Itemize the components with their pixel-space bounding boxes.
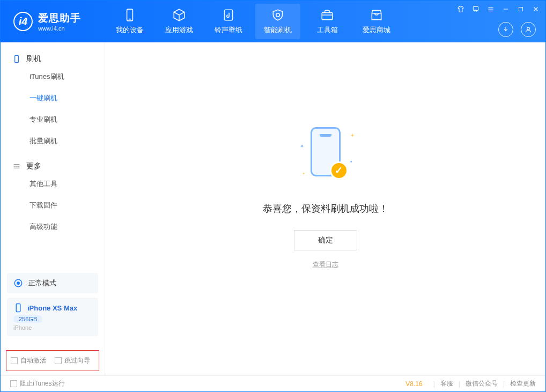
app-logo-icon: i4 bbox=[13, 12, 33, 31]
menu-icon[interactable] bbox=[486, 5, 495, 13]
svg-rect-19 bbox=[16, 304, 20, 312]
device-icon bbox=[12, 55, 21, 63]
sidebar-item-download-firmware[interactable]: 下载固件 bbox=[1, 195, 105, 216]
app-subtitle: www.i4.cn bbox=[38, 25, 81, 32]
sidebar-item-batch-flash[interactable]: 批量刷机 bbox=[1, 130, 105, 152]
feedback-icon[interactable] bbox=[471, 5, 480, 13]
header-right-buttons bbox=[498, 22, 536, 37]
tab-my-device[interactable]: 我的设备 bbox=[105, 1, 154, 42]
tab-store[interactable]: 爱思商城 bbox=[352, 1, 401, 42]
tab-ringtones-wallpapers[interactable]: 铃声壁纸 bbox=[204, 1, 253, 42]
tab-toolbox[interactable]: 工具箱 bbox=[302, 1, 352, 42]
checkbox-icon bbox=[10, 380, 17, 387]
device-name: iPhone XS Max bbox=[27, 304, 77, 312]
sidebar-group-flash: 刷机 bbox=[1, 50, 105, 66]
skin-icon[interactable] bbox=[456, 5, 465, 13]
device-type: iPhone bbox=[13, 324, 92, 331]
maximize-button[interactable] bbox=[517, 5, 525, 13]
sidebar-group-more: 更多 bbox=[1, 157, 105, 173]
sidebar-item-other-tools[interactable]: 其他工具 bbox=[1, 173, 105, 195]
app-header: i4 爱思助手 www.i4.cn 我的设备 应用游戏 铃声壁纸 智能刷机 bbox=[1, 1, 545, 42]
titlebar-controls bbox=[456, 5, 540, 13]
success-message: 恭喜您，保资料刷机成功啦！ bbox=[263, 202, 388, 215]
device-phone-icon bbox=[13, 303, 23, 313]
checkmark-badge-icon: ✓ bbox=[330, 161, 348, 180]
close-button[interactable] bbox=[532, 5, 540, 13]
sidebar-item-oneclick-flash[interactable]: 一键刷机 bbox=[1, 87, 105, 109]
svg-rect-13 bbox=[15, 55, 19, 62]
sidebar: 刷机 iTunes刷机 一键刷机 专业刷机 批量刷机 更多 其他工具 下载固件 … bbox=[1, 42, 105, 375]
main-tabs: 我的设备 应用游戏 铃声壁纸 智能刷机 工具箱 爱思商城 bbox=[105, 1, 401, 42]
svg-rect-2 bbox=[224, 10, 232, 20]
tab-apps-games[interactable]: 应用游戏 bbox=[154, 1, 204, 42]
version-label: V8.16 bbox=[405, 380, 422, 388]
check-update-link[interactable]: 检查更新 bbox=[510, 379, 536, 388]
sidebar-item-pro-flash[interactable]: 专业刷机 bbox=[1, 109, 105, 130]
toolbox-icon bbox=[320, 8, 334, 22]
music-note-icon bbox=[222, 8, 235, 22]
cube-icon bbox=[172, 8, 186, 22]
list-icon bbox=[12, 162, 21, 171]
success-panel: ✦ ✦ • • ✓ 恭喜您，保资料刷机成功啦！ 确定 查看日志 bbox=[263, 122, 388, 269]
checkbox-icon bbox=[11, 357, 18, 364]
view-log-link[interactable]: 查看日志 bbox=[313, 260, 338, 269]
sidebar-item-itunes-flash[interactable]: iTunes刷机 bbox=[1, 66, 105, 87]
logo-area: i4 爱思助手 www.i4.cn bbox=[1, 11, 105, 32]
svg-rect-9 bbox=[519, 8, 523, 11]
minimize-button[interactable] bbox=[501, 5, 510, 13]
support-link[interactable]: 客服 bbox=[440, 379, 453, 388]
device-storage-badge: 256GB bbox=[13, 315, 42, 323]
checkbox-skip-guide[interactable]: 跳过向导 bbox=[55, 356, 90, 365]
phone-icon bbox=[123, 8, 137, 22]
app-title: 爱思助手 bbox=[38, 11, 81, 25]
svg-rect-4 bbox=[473, 6, 478, 10]
ok-button[interactable]: 确定 bbox=[294, 230, 357, 250]
highlighted-options-box: 自动激活 跳过向导 bbox=[6, 350, 99, 371]
device-card[interactable]: iPhone XS Max 256GB iPhone bbox=[7, 298, 98, 336]
svg-point-18 bbox=[17, 282, 20, 285]
sidebar-item-advanced[interactable]: 高级功能 bbox=[1, 216, 105, 238]
wechat-link[interactable]: 微信公众号 bbox=[466, 379, 498, 388]
checkbox-auto-activate[interactable]: 自动激活 bbox=[11, 356, 46, 365]
account-button[interactable] bbox=[521, 22, 536, 37]
checkbox-icon bbox=[55, 357, 62, 364]
mode-icon bbox=[13, 278, 23, 288]
main-content: ✦ ✦ • • ✓ 恭喜您，保资料刷机成功啦！ 确定 查看日志 bbox=[105, 42, 545, 375]
success-illustration: ✦ ✦ • • ✓ bbox=[293, 122, 358, 186]
status-bar: 阻止iTunes运行 V8.16 | 客服 | 微信公众号 | 检查更新 bbox=[1, 375, 545, 391]
mode-card[interactable]: 正常模式 bbox=[7, 273, 98, 293]
logo-text: 爱思助手 www.i4.cn bbox=[38, 11, 81, 32]
refresh-shield-icon bbox=[271, 8, 285, 22]
svg-rect-3 bbox=[322, 13, 333, 20]
tab-smart-flash[interactable]: 智能刷机 bbox=[253, 1, 302, 42]
download-button[interactable] bbox=[498, 22, 513, 37]
checkbox-block-itunes[interactable]: 阻止iTunes运行 bbox=[10, 379, 65, 388]
svg-point-12 bbox=[527, 27, 530, 30]
store-icon bbox=[370, 8, 383, 22]
